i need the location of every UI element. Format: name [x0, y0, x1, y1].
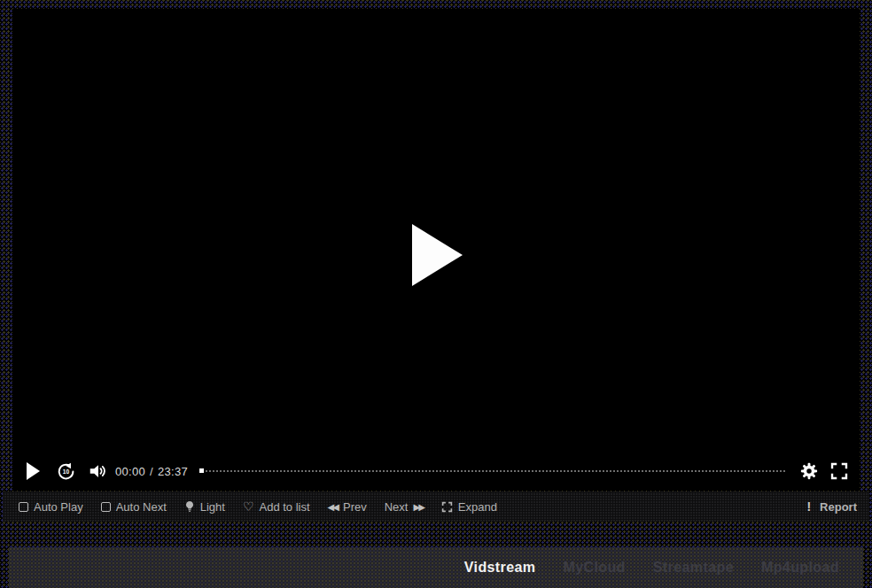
volume-icon [88, 461, 107, 481]
auto-next-checkbox-icon[interactable] [101, 502, 111, 512]
seek-track [199, 470, 785, 472]
server-tab-mycloud[interactable]: MyCloud [563, 560, 625, 576]
settings-button[interactable] [799, 461, 819, 481]
volume-button[interactable] [88, 461, 107, 481]
rewind-10-button[interactable]: 10 [57, 462, 75, 481]
prev-label: Prev [343, 500, 367, 514]
expand-icon [441, 501, 453, 513]
report-label: Report [820, 500, 857, 514]
heart-icon: ♡ [243, 500, 254, 513]
auto-play-checkbox-icon[interactable] [19, 502, 28, 512]
server-tab-vidstream[interactable]: Vidstream [464, 560, 536, 576]
report-button[interactable]: ! Report [806, 499, 857, 514]
report-exclamation-icon: ! [806, 499, 811, 514]
server-tab-streamtape[interactable]: Streamtape [653, 560, 734, 576]
fullscreen-icon [829, 461, 849, 481]
seek-playhead[interactable] [199, 468, 204, 473]
auto-play-toggle[interactable]: Auto Play [19, 500, 83, 514]
rewind-10-icon: 10 [57, 462, 75, 481]
fullscreen-button[interactable] [829, 461, 849, 481]
expand-button[interactable]: Expand [441, 500, 497, 514]
auto-play-label: Auto Play [34, 500, 83, 514]
prev-episode-button[interactable]: ◀◀ Prev [328, 500, 367, 514]
duration: 23:37 [158, 465, 188, 478]
svg-text:10: 10 [63, 468, 70, 475]
video-player[interactable]: 10 00:00/23:37 [12, 9, 860, 491]
auto-next-toggle[interactable]: Auto Next [101, 500, 167, 514]
next-label: Next [385, 500, 409, 514]
time-separator: / [150, 465, 153, 478]
lightbulb-icon [184, 500, 195, 513]
current-time: 00:00 [115, 465, 145, 478]
expand-label: Expand [458, 500, 497, 514]
server-panel: Vidstream MyCloud Streamtape Mp4upload [9, 547, 863, 588]
auto-next-label: Auto Next [116, 500, 167, 514]
next-episode-button[interactable]: Next ▶▶ [385, 500, 424, 514]
player-toolbar: Auto Play Auto Next Light ♡ Add to list … [3, 491, 869, 522]
play-icon [27, 462, 40, 480]
next-arrows-icon: ▶▶ [413, 502, 423, 512]
add-to-list-button[interactable]: ♡ Add to list [243, 500, 310, 514]
play-button[interactable] [27, 462, 40, 480]
light-toggle[interactable]: Light [184, 500, 225, 514]
seek-bar[interactable] [199, 465, 785, 477]
light-label: Light [200, 500, 225, 514]
time-display: 00:00/23:37 [115, 465, 188, 478]
gear-icon [799, 461, 819, 481]
server-tab-mp4upload[interactable]: Mp4upload [761, 560, 839, 576]
prev-arrows-icon: ◀◀ [328, 502, 338, 512]
big-play-button[interactable] [412, 224, 463, 286]
add-to-list-label: Add to list [260, 500, 310, 514]
player-control-bar: 10 00:00/23:37 [12, 452, 860, 491]
